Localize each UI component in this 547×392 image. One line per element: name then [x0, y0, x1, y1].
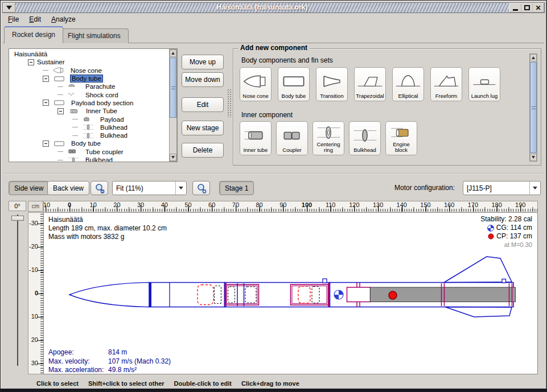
add-trapezoidal-button[interactable]: Trapezoidal	[354, 67, 386, 101]
ruler-label: -30	[29, 220, 38, 226]
apogee-label: Apogee:	[48, 348, 108, 357]
menu-analyze[interactable]: Analyze	[46, 14, 81, 24]
tree-item-label: Inner Tube	[85, 108, 118, 114]
tab-flight-simulations[interactable]: Flight simulations	[60, 28, 129, 43]
tab-rocket-design[interactable]: Rocket design	[4, 26, 63, 43]
tree-item-parachute[interactable]: Parachute	[10, 82, 168, 90]
ruler-label: 20	[31, 336, 38, 343]
tree-item-sustainer[interactable]: Sustainer	[10, 58, 168, 66]
splitter-handle[interactable]	[227, 89, 232, 117]
delete-button[interactable]: Delete	[182, 143, 224, 158]
ruler-label: 20	[113, 201, 120, 208]
bulkhead-icon	[80, 132, 97, 139]
tree-item-inner-tube[interactable]: Inner Tube	[10, 107, 168, 115]
tree-item-bulkhead[interactable]: Bulkhead	[10, 156, 168, 162]
add-coupler-button[interactable]: Coupler	[276, 121, 308, 155]
minimize-button[interactable]	[509, 3, 521, 12]
motor-configuration-value: [J115-P]	[463, 184, 529, 192]
zoom-out-button[interactable]	[91, 181, 108, 195]
group-label-body: Body components and fin sets	[241, 56, 333, 64]
tree-item-nose-cone[interactable]: Nose cone	[10, 67, 168, 75]
scroll-down-button[interactable]	[170, 154, 176, 161]
window-bottom-edge	[1, 389, 546, 391]
bulkhead-icon	[351, 127, 379, 144]
menu-bar: FileEditAnalyze	[3, 14, 544, 25]
close-button[interactable]: ✕	[532, 3, 544, 12]
move-up-button[interactable]: Move up	[182, 55, 224, 69]
scroll-down-button[interactable]	[530, 154, 537, 161]
launch-lug-shape[interactable]	[502, 279, 506, 283]
edit-button[interactable]: Edit	[182, 97, 224, 112]
fin-shape[interactable]	[445, 307, 512, 317]
menu-edit[interactable]: Edit	[24, 14, 46, 24]
hint-click-drag: Click+drag to move	[241, 380, 299, 387]
add-engine-block-button[interactable]: Engine block	[385, 121, 417, 155]
parachute-icon	[65, 83, 82, 90]
inner-tube-icon	[241, 127, 270, 144]
tree-item-bulkhead[interactable]: Bulkhead	[10, 131, 168, 139]
cp-marker-icon	[389, 291, 397, 299]
new-stage-button[interactable]: New stage	[182, 121, 224, 135]
zoom-in-button[interactable]	[192, 181, 210, 195]
cp-marker-icon	[488, 233, 494, 240]
launch-lug-shape[interactable]	[323, 279, 327, 283]
tree-connector	[72, 127, 78, 127]
scrollbar-thumb[interactable]	[530, 62, 537, 153]
add-transition-button[interactable]: Transition	[316, 67, 348, 101]
panel-divider[interactable]	[2, 173, 545, 174]
stage-1-toggle[interactable]: Stage 1	[219, 181, 254, 195]
motor-configuration-label: Motor configuration:	[394, 184, 455, 192]
back-view-button[interactable]: Back view	[47, 181, 89, 195]
coupler-icon	[278, 127, 306, 144]
tree-item-payload-body-section[interactable]: Payload body section	[10, 99, 168, 107]
tree-item-tube-coupler[interactable]: Tube coupler	[10, 148, 168, 156]
tree-item-haisun-t-[interactable]: Haisunäätä	[10, 50, 168, 58]
component-tree[interactable]: HaisunäätäSustainerNose coneBody tubePar…	[9, 48, 178, 162]
ruler-label: -10	[29, 266, 38, 273]
menu-file[interactable]: File	[3, 14, 24, 24]
rocket-canvas[interactable]: Haisunäätä Length 189 cm, max. diameter …	[43, 212, 538, 374]
tree-scrollbar[interactable]	[169, 49, 177, 162]
add-body-tube-button[interactable]: Body tube	[278, 67, 310, 101]
tree-item-body-tube[interactable]: Body tube	[10, 75, 168, 82]
scroll-up-button[interactable]	[530, 54, 537, 61]
zoom-select[interactable]: Fit (11%)	[112, 181, 187, 195]
add-freeform-button[interactable]: Freeform	[430, 67, 462, 101]
ruler-label: 90	[279, 201, 286, 208]
fin-shape[interactable]	[444, 257, 512, 283]
rotation-slider-handle[interactable]	[11, 216, 24, 221]
tree-item-payload[interactable]: Payload	[10, 115, 168, 123]
tree-item-body-tube[interactable]: Body tube	[10, 139, 168, 147]
panel-scrollbar[interactable]	[529, 53, 537, 162]
nose-cone-shape[interactable]	[69, 283, 149, 307]
tree-item-shock-cord[interactable]: Shock cord	[10, 90, 168, 98]
maximize-button[interactable]	[521, 3, 532, 12]
add-centering-ring-button[interactable]: Centering ring	[312, 121, 344, 155]
window-menu-button[interactable]	[3, 3, 15, 13]
tree-collapse-toggle[interactable]	[43, 141, 49, 147]
tree-collapse-toggle[interactable]	[28, 59, 34, 65]
side-view-button[interactable]: Side view	[9, 181, 49, 195]
tree-item-label: Sustainer	[36, 59, 66, 65]
scrollbar-thumb[interactable]	[170, 57, 176, 118]
arrow-down-icon	[532, 156, 535, 159]
add-bulkhead-button[interactable]: Bulkhead	[349, 121, 381, 155]
component-button-label: Launch lug	[471, 93, 497, 100]
tree-collapse-toggle[interactable]	[43, 76, 49, 82]
tree-item-bulkhead[interactable]: Bulkhead	[10, 123, 168, 131]
ruler-label: -10	[43, 201, 50, 208]
add-elliptical-button[interactable]: Elliptical	[392, 67, 424, 101]
scroll-up-button[interactable]	[170, 49, 176, 57]
add-inner-tube-button[interactable]: Inner tube	[240, 121, 272, 155]
engine-block-icon	[387, 124, 416, 141]
arrow-down-icon	[171, 156, 175, 159]
add-launch-lug-button[interactable]: Launch lug	[468, 67, 500, 101]
move-down-button[interactable]: Move down	[182, 72, 224, 87]
tree-collapse-toggle[interactable]	[43, 100, 49, 106]
title-bar[interactable]: Haisunäätä (haisunaata.ork) ✕	[2, 2, 545, 13]
tree-collapse-toggle[interactable]	[57, 108, 64, 114]
motor-mount-shape[interactable]	[347, 287, 371, 302]
add-nose-cone-button[interactable]: Nose cone	[240, 67, 272, 101]
hint-double-click: Double-click to edit	[174, 380, 232, 387]
motor-configuration-select[interactable]: [J115-P]	[463, 181, 541, 195]
